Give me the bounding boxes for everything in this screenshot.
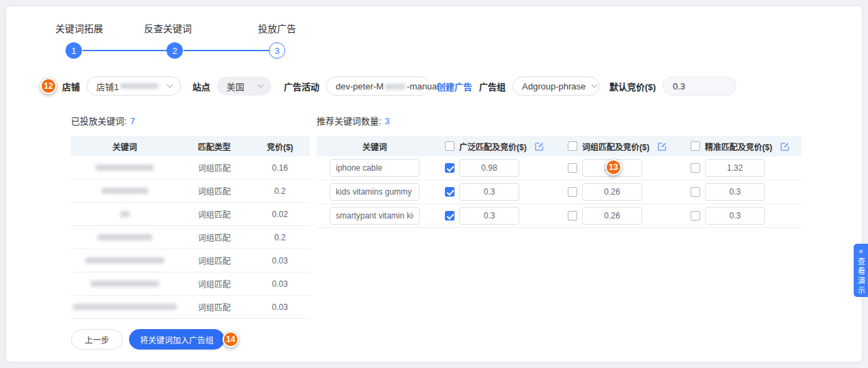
step-circle-1: 1 (66, 42, 82, 59)
table-row: 词组匹配 0.2 (71, 226, 310, 249)
table-row: 词组匹配 0.03 (71, 249, 310, 272)
view-demo-tab[interactable]: × 查看演示 (854, 244, 868, 297)
step-connector-2 (184, 50, 269, 51)
table-row (317, 180, 801, 204)
launched-keywords-title: 已投放关键词:7 (71, 114, 310, 127)
close-icon[interactable]: × (858, 247, 863, 256)
table-row: 词组匹配 0.02 (71, 203, 310, 226)
site-label: 站点 (192, 80, 210, 93)
launched-keywords-count: 7 (130, 116, 135, 126)
recommended-keywords-title: 推荐关键词数量:3 (317, 114, 801, 127)
broad-checkbox[interactable] (445, 187, 454, 197)
campaign-select[interactable]: dev-peter-M-manual (326, 76, 430, 96)
recommended-keywords-count: 3 (385, 116, 390, 126)
col-header-broad: 广泛匹配及竞价($) (459, 141, 527, 152)
step-badge-14: 14 (222, 331, 239, 348)
shop-label: 店铺 (62, 80, 80, 93)
shop-select-value: 店铺1 (96, 80, 119, 93)
table-row (317, 204, 801, 228)
recommended-keywords-panel: 推荐关键词数量:3 关键词 广泛匹配及竞价($) 词组匹配及竞价($) 精准匹配 (317, 114, 801, 228)
redacted-keyword (91, 281, 159, 287)
adgroup-label: 广告组 (479, 80, 506, 93)
step-label-2: 反查关键词 (144, 21, 192, 35)
col-header-keyword: 关键词 (71, 141, 179, 152)
launched-keywords-panel: 已投放关键词:7 关键词 匹配类型 竞价($) 词组匹配 0.16 词组匹配 0… (71, 114, 310, 319)
previous-step-button[interactable]: 上一步 (71, 329, 123, 350)
col-header-exact: 精准匹配及竞价($) (705, 141, 772, 152)
campaign-select-value: dev-peter-M-manual (336, 81, 439, 91)
chevron-down-icon (585, 84, 598, 88)
shop-select[interactable]: 店铺1 (87, 76, 181, 96)
chevron-down-icon (161, 84, 173, 88)
keyword-input[interactable] (330, 207, 420, 225)
redacted-keyword (98, 234, 152, 240)
redacted-keyword (120, 211, 130, 217)
right-table-header: 关键词 广泛匹配及竞价($) 词组匹配及竞价($) 精准匹配及竞价($) (317, 136, 801, 156)
step-badge-13: 13 (605, 159, 622, 175)
broad-select-all-checkbox[interactable] (445, 141, 454, 151)
shop-name-redacted (120, 83, 158, 89)
redacted-keyword (73, 304, 177, 310)
site-select[interactable]: 美国 (217, 76, 272, 96)
col-header-phrase: 词组匹配及竞价($) (582, 141, 650, 152)
broad-bid-input[interactable] (459, 159, 519, 177)
exact-select-all-checkbox[interactable] (691, 141, 700, 151)
phrase-checkbox[interactable] (568, 187, 577, 197)
broad-checkbox[interactable] (445, 163, 454, 173)
add-keywords-to-adgroup-button[interactable]: 将关键词加入广告组 (129, 329, 225, 350)
table-row: 词组匹配 0.2 (71, 180, 310, 203)
col-header-bid: 竞价($) (250, 141, 310, 152)
redacted-keyword (102, 188, 148, 194)
step-badge-12: 12 (40, 78, 57, 94)
step-label-1: 关键词拓展 (55, 21, 103, 35)
main-card: 关键词拓展 反查关键词 投放广告 1 2 3 12 店铺 店铺1 站点 美国 广… (5, 5, 863, 363)
broad-checkbox[interactable] (445, 211, 454, 221)
step-circle-2: 2 (167, 42, 183, 59)
step-connector-1 (83, 50, 167, 51)
exact-bid-input[interactable] (705, 183, 765, 201)
redacted-keyword (96, 165, 154, 171)
site-select-value: 美国 (227, 80, 244, 93)
default-bid-label: 默认竞价($) (609, 80, 656, 93)
exact-checkbox[interactable] (691, 187, 700, 197)
footer-actions: 上一步 将关键词加入广告组 14 (71, 329, 247, 350)
filter-bar: 12 店铺 店铺1 站点 美国 广告活动 dev-peter-M-manual … (40, 76, 736, 96)
adgroup-select-value: Adgroup-phrase (522, 81, 585, 91)
phrase-bid-input[interactable] (582, 207, 642, 225)
campaign-name-redacted (385, 84, 405, 89)
step-circle-3: 3 (269, 42, 285, 59)
create-ad-link[interactable]: 创建广告 (437, 80, 472, 93)
exact-checkbox[interactable] (691, 163, 700, 173)
broad-bid-input[interactable] (459, 207, 519, 225)
campaign-label: 广告活动 (284, 80, 319, 93)
default-bid-input[interactable] (663, 76, 736, 96)
broad-bid-input[interactable] (459, 183, 519, 201)
keyword-input[interactable] (330, 183, 420, 201)
table-row (317, 156, 801, 180)
keyword-input[interactable] (330, 159, 420, 177)
redacted-keyword (85, 257, 164, 264)
phrase-bid-input[interactable] (582, 183, 642, 201)
phrase-checkbox[interactable] (568, 211, 577, 221)
table-row: 词组匹配 0.03 (71, 296, 310, 319)
exact-bid-input[interactable] (705, 207, 765, 225)
edit-phrase-bid-icon[interactable] (658, 142, 667, 151)
col-header-match-type: 匹配类型 (179, 141, 250, 152)
edit-exact-bid-icon[interactable] (781, 142, 790, 151)
edit-broad-bid-icon[interactable] (535, 142, 544, 151)
col-header-keyword: 关键词 (317, 141, 433, 152)
table-row: 词组匹配 0.16 (71, 156, 310, 180)
exact-bid-input[interactable] (705, 159, 765, 177)
phrase-checkbox[interactable] (568, 163, 577, 173)
step-label-3: 投放广告 (258, 21, 296, 35)
exact-checkbox[interactable] (691, 211, 700, 221)
chevron-down-icon (252, 84, 264, 88)
adgroup-select[interactable]: Adgroup-phrase (512, 76, 600, 96)
view-demo-label: 查看演示 (856, 257, 867, 296)
left-table-header: 关键词 匹配类型 竞价($) (71, 136, 310, 156)
table-row: 词组匹配 0.03 (71, 272, 310, 296)
phrase-select-all-checkbox[interactable] (568, 141, 577, 151)
stepper: 关键词拓展 反查关键词 投放广告 1 2 3 (6, 21, 361, 62)
